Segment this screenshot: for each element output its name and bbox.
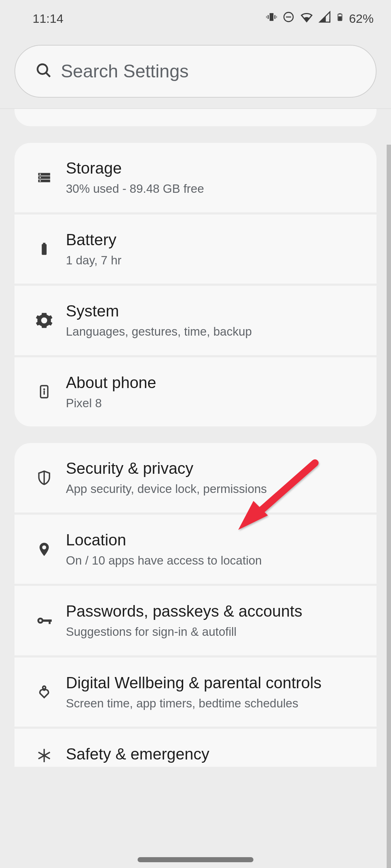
status-right: ! 62% [266,10,374,27]
shield-icon [22,470,66,486]
battery-icon [22,242,66,256]
svg-point-12 [39,177,41,178]
settings-item-subtitle: 1 day, 7 hr [66,252,365,269]
svg-point-13 [39,180,41,182]
svg-rect-5 [338,16,341,20]
wifi-icon [300,10,314,27]
settings-group: Storage 30% used - 89.48 GB free Battery… [14,143,377,426]
settings-item-title: Security & privacy [66,458,365,478]
signal-icon: ! [319,11,331,26]
status-time: 11:14 [33,12,63,26]
settings-item-title: System [66,301,365,321]
scrollbar[interactable] [387,145,391,868]
svg-point-6 [38,64,47,74]
gear-icon [22,311,66,329]
svg-point-23 [43,686,46,689]
asterisk-icon [22,748,66,763]
settings-item-safety-emergency[interactable]: Safety & emergency [14,729,377,767]
storage-icon [22,170,66,186]
settings-item-title: Storage [66,158,365,178]
search-settings-input[interactable]: Search Settings [14,45,377,98]
settings-item-subtitle: Languages, gestures, time, backup [66,324,365,340]
svg-point-11 [39,174,41,175]
svg-rect-15 [43,243,46,245]
settings-group: Security & privacy App security, device … [14,443,377,767]
settings-item-subtitle: App security, device lock, permissions [66,481,365,497]
status-bar: 11:14 ! 62% [0,0,391,30]
svg-text:!: ! [329,18,330,23]
search-section: Search Settings [0,30,391,109]
battery-status-icon [336,10,344,26]
settings-item-battery[interactable]: Battery 1 day, 7 hr [14,214,377,284]
settings-item-title: Passwords, passkeys & accounts [66,601,365,621]
settings-item-subtitle: Pixel 8 [66,395,365,412]
location-icon [22,541,66,557]
settings-item-subtitle: 30% used - 89.48 GB free [66,181,365,197]
dnd-icon [282,11,295,26]
settings-item-subtitle: Suggestions for sign-in & autofill [66,624,365,640]
battery-percentage: 62% [349,12,374,26]
search-icon [35,62,52,80]
svg-line-7 [46,73,50,77]
settings-item-title: Battery [66,230,365,250]
gesture-nav-bar[interactable] [138,857,253,862]
svg-rect-14 [42,244,46,255]
partial-card-above[interactable] [14,109,377,126]
settings-item-storage[interactable]: Storage 30% used - 89.48 GB free [14,143,377,212]
svg-rect-21 [49,620,51,624]
settings-list: Storage 30% used - 89.48 GB free Battery… [0,109,391,767]
wellbeing-icon [22,684,66,700]
settings-item-title: Safety & emergency [66,744,365,764]
settings-item-subtitle: Screen time, app timers, bedtime schedul… [66,695,365,712]
key-icon [22,612,66,630]
settings-item-title: About phone [66,373,365,392]
settings-item-security-privacy[interactable]: Security & privacy App security, device … [14,443,377,512]
settings-item-location[interactable]: Location On / 10 apps have access to loc… [14,515,377,584]
phone-info-icon [22,384,66,399]
settings-item-title: Location [66,530,365,550]
settings-item-digital-wellbeing[interactable]: Digital Wellbeing & parental controls Sc… [14,658,377,727]
svg-point-22 [39,620,42,622]
settings-item-passwords[interactable]: Passwords, passkeys & accounts Suggestio… [14,586,377,655]
settings-item-about-phone[interactable]: About phone Pixel 8 [14,357,377,427]
vibrate-icon [266,11,277,26]
settings-item-title: Digital Wellbeing & parental controls [66,673,365,693]
settings-item-system[interactable]: System Languages, gestures, time, backup [14,286,377,355]
settings-item-subtitle: On / 10 apps have access to location [66,553,365,569]
svg-rect-4 [339,13,341,14]
search-placeholder: Search Settings [61,61,189,82]
